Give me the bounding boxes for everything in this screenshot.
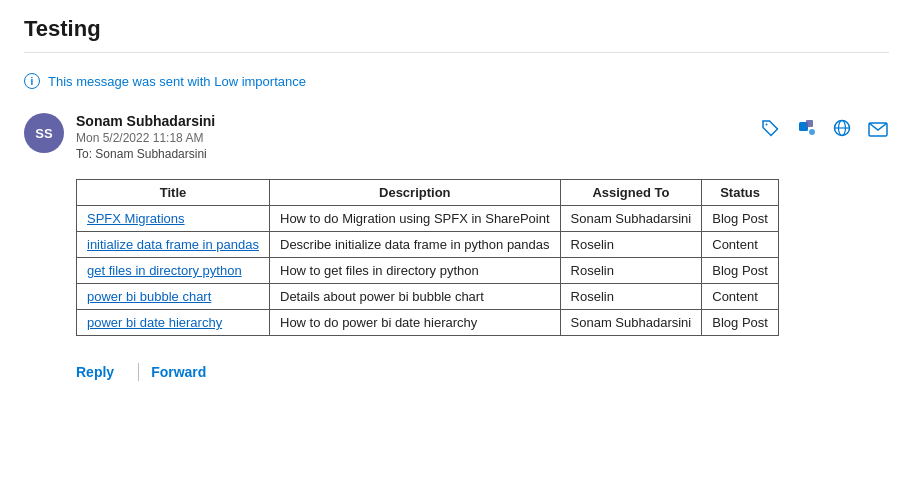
svg-point-3 bbox=[809, 129, 815, 135]
translate-icon[interactable] bbox=[831, 117, 853, 139]
email-body: Title Description Assigned To Status SPF… bbox=[76, 179, 889, 384]
cell-assigned-to: Roselin bbox=[560, 232, 702, 258]
col-header-title: Title bbox=[77, 180, 270, 206]
send-date: Mon 5/2/2022 11:18 AM bbox=[76, 131, 215, 145]
cell-description: Details about power bi bubble chart bbox=[270, 284, 561, 310]
email-container: Testing i This message was sent with Low… bbox=[0, 0, 913, 400]
table-row: power bi bubble chartDetails about power… bbox=[77, 284, 779, 310]
sender-info: Sonam Subhadarsini Mon 5/2/2022 11:18 AM… bbox=[76, 113, 215, 161]
email-actions bbox=[759, 117, 889, 139]
cell-assigned-to: Sonam Subhadarsini bbox=[560, 206, 702, 232]
cell-status: Content bbox=[702, 284, 779, 310]
send-to: To: Sonam Subhadarsini bbox=[76, 147, 215, 161]
importance-text: This message was sent with Low importanc… bbox=[48, 74, 306, 89]
cell-title[interactable]: SPFX Migrations bbox=[77, 206, 270, 232]
cell-description: How to do power bi date hierarchy bbox=[270, 310, 561, 336]
cell-status: Blog Post bbox=[702, 206, 779, 232]
cell-title[interactable]: power bi bubble chart bbox=[77, 284, 270, 310]
table-row: get files in directory pythonHow to get … bbox=[77, 258, 779, 284]
footer-actions: Reply Forward bbox=[76, 360, 889, 384]
col-header-status: Status bbox=[702, 180, 779, 206]
tag-icon[interactable] bbox=[759, 117, 781, 139]
cell-title[interactable]: get files in directory python bbox=[77, 258, 270, 284]
importance-notice: i This message was sent with Low importa… bbox=[24, 67, 889, 95]
teams-icon[interactable] bbox=[795, 117, 817, 139]
col-header-description: Description bbox=[270, 180, 561, 206]
email-header: SS Sonam Subhadarsini Mon 5/2/2022 11:18… bbox=[24, 113, 889, 161]
svg-rect-2 bbox=[806, 120, 813, 127]
cell-assigned-to: Sonam Subhadarsini bbox=[560, 310, 702, 336]
avatar: SS bbox=[24, 113, 64, 153]
forward-button[interactable]: Forward bbox=[151, 360, 218, 384]
more-icon[interactable] bbox=[867, 117, 889, 139]
cell-status: Blog Post bbox=[702, 258, 779, 284]
cell-title[interactable]: power bi date hierarchy bbox=[77, 310, 270, 336]
cell-status: Blog Post bbox=[702, 310, 779, 336]
cell-assigned-to: Roselin bbox=[560, 284, 702, 310]
reply-button[interactable]: Reply bbox=[76, 360, 126, 384]
cell-description: How to get files in directory python bbox=[270, 258, 561, 284]
table-row: SPFX MigrationsHow to do Migration using… bbox=[77, 206, 779, 232]
email-title: Testing bbox=[24, 16, 889, 53]
sender-name: Sonam Subhadarsini bbox=[76, 113, 215, 129]
svg-point-0 bbox=[766, 124, 768, 126]
table-header-row: Title Description Assigned To Status bbox=[77, 180, 779, 206]
table-row: initialize data frame in pandasDescribe … bbox=[77, 232, 779, 258]
col-header-assigned: Assigned To bbox=[560, 180, 702, 206]
cell-assigned-to: Roselin bbox=[560, 258, 702, 284]
info-icon: i bbox=[24, 73, 40, 89]
cell-status: Content bbox=[702, 232, 779, 258]
footer-divider bbox=[138, 363, 139, 381]
cell-description: How to do Migration using SPFX in ShareP… bbox=[270, 206, 561, 232]
cell-description: Describe initialize data frame in python… bbox=[270, 232, 561, 258]
data-table: Title Description Assigned To Status SPF… bbox=[76, 179, 779, 336]
sender-section: SS Sonam Subhadarsini Mon 5/2/2022 11:18… bbox=[24, 113, 215, 161]
cell-title[interactable]: initialize data frame in pandas bbox=[77, 232, 270, 258]
table-row: power bi date hierarchyHow to do power b… bbox=[77, 310, 779, 336]
